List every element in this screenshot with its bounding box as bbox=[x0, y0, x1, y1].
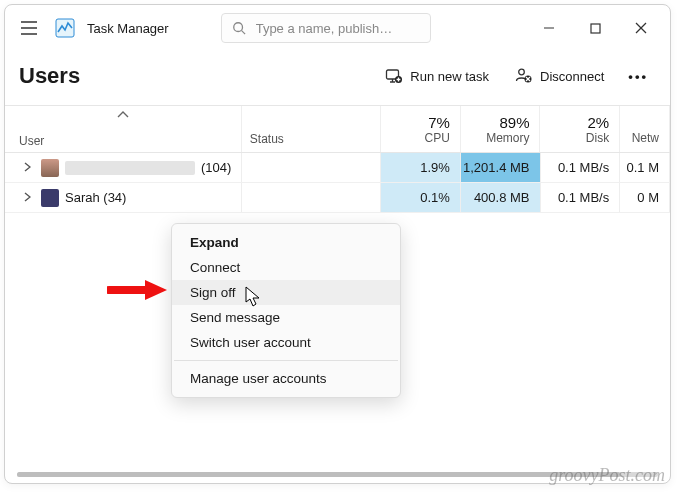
avatar bbox=[41, 159, 59, 177]
close-icon bbox=[635, 22, 647, 34]
menu-switch-user[interactable]: Switch user account bbox=[172, 330, 400, 355]
annotation-arrow-icon bbox=[107, 278, 167, 302]
menu-send-message[interactable]: Send message bbox=[172, 305, 400, 330]
network-cell: 0.1 M bbox=[620, 153, 670, 182]
run-new-task-icon bbox=[385, 67, 403, 85]
column-cpu[interactable]: 7% CPU bbox=[381, 106, 461, 152]
disk-label: Disk bbox=[586, 131, 609, 145]
toolbar: Users Run new task bbox=[5, 51, 670, 105]
svg-marker-21 bbox=[145, 280, 167, 300]
menu-separator bbox=[174, 360, 398, 361]
table-row[interactable]: (104) 1.9% 1,201.4 MB 0.1 MB/s 0.1 M bbox=[5, 153, 670, 183]
user-count: (104) bbox=[201, 160, 231, 175]
svg-point-4 bbox=[233, 23, 242, 32]
sort-chevron-icon bbox=[116, 108, 130, 122]
hamburger-button[interactable] bbox=[11, 10, 47, 46]
status-cell bbox=[242, 153, 381, 182]
user-name-redacted bbox=[65, 161, 195, 175]
svg-line-5 bbox=[241, 31, 245, 35]
disk-percent: 2% bbox=[587, 114, 609, 131]
menu-expand[interactable]: Expand bbox=[172, 230, 400, 255]
column-status[interactable]: Status bbox=[242, 106, 381, 152]
memory-cell: 1,201.4 MB bbox=[461, 153, 541, 182]
table-row[interactable]: Sarah (34) 0.1% 400.8 MB 0.1 MB/s 0 M bbox=[5, 183, 670, 213]
maximize-icon bbox=[590, 23, 601, 34]
hamburger-icon bbox=[20, 21, 38, 35]
expand-caret-icon[interactable] bbox=[23, 160, 35, 175]
column-user[interactable]: User bbox=[5, 106, 242, 152]
menu-sign-off[interactable]: Sign off bbox=[172, 280, 400, 305]
column-user-label: User bbox=[19, 134, 44, 148]
app-title: Task Manager bbox=[87, 21, 169, 36]
cpu-label: CPU bbox=[424, 131, 449, 145]
avatar bbox=[41, 189, 59, 207]
context-menu: Expand Connect Sign off Send message Swi… bbox=[171, 223, 401, 398]
svg-point-16 bbox=[519, 69, 525, 75]
menu-manage-users[interactable]: Manage user accounts bbox=[172, 366, 400, 391]
scrollbar-thumb[interactable] bbox=[17, 472, 620, 477]
search-icon bbox=[232, 21, 246, 35]
disconnect-button[interactable]: Disconnect bbox=[505, 61, 614, 91]
table-header: User Status 7% CPU 89% Memory 2% Disk Ne… bbox=[5, 105, 670, 153]
search-input[interactable]: Type a name, publish… bbox=[221, 13, 431, 43]
network-percent bbox=[655, 114, 659, 131]
more-button[interactable]: ••• bbox=[620, 63, 656, 90]
network-label: Netw bbox=[632, 131, 659, 145]
watermark: groovyPost.com bbox=[549, 465, 665, 486]
memory-percent: 89% bbox=[499, 114, 529, 131]
maximize-button[interactable] bbox=[572, 5, 618, 51]
svg-rect-7 bbox=[591, 24, 600, 33]
minimize-button[interactable] bbox=[526, 5, 572, 51]
cpu-percent: 7% bbox=[428, 114, 450, 131]
column-memory[interactable]: 89% Memory bbox=[461, 106, 541, 152]
cpu-cell: 1.9% bbox=[381, 153, 461, 182]
status-cell bbox=[242, 183, 381, 212]
user-name: Sarah (34) bbox=[65, 190, 126, 205]
disk-cell: 0.1 MB/s bbox=[541, 183, 621, 212]
memory-cell: 400.8 MB bbox=[461, 183, 541, 212]
disk-cell: 0.1 MB/s bbox=[541, 153, 621, 182]
titlebar: Task Manager Type a name, publish… bbox=[5, 5, 670, 51]
disconnect-label: Disconnect bbox=[540, 69, 604, 84]
user-cell: (104) bbox=[5, 153, 242, 182]
window-controls bbox=[526, 5, 664, 51]
column-status-label: Status bbox=[250, 132, 284, 146]
more-icon: ••• bbox=[628, 69, 648, 84]
task-manager-window: Task Manager Type a name, publish… bbox=[4, 4, 671, 484]
cpu-cell: 0.1% bbox=[381, 183, 461, 212]
page-title: Users bbox=[19, 63, 80, 89]
user-cell: Sarah (34) bbox=[5, 183, 242, 212]
column-disk[interactable]: 2% Disk bbox=[540, 106, 620, 152]
column-network[interactable]: Netw bbox=[620, 106, 670, 152]
run-new-task-label: Run new task bbox=[410, 69, 489, 84]
close-button[interactable] bbox=[618, 5, 664, 51]
minimize-icon bbox=[543, 22, 555, 34]
network-cell: 0 M bbox=[620, 183, 670, 212]
expand-caret-icon[interactable] bbox=[23, 190, 35, 205]
run-new-task-button[interactable]: Run new task bbox=[375, 61, 499, 91]
app-icon bbox=[53, 16, 77, 40]
menu-connect[interactable]: Connect bbox=[172, 255, 400, 280]
disconnect-icon bbox=[515, 67, 533, 85]
search-placeholder: Type a name, publish… bbox=[256, 21, 393, 36]
memory-label: Memory bbox=[486, 131, 529, 145]
